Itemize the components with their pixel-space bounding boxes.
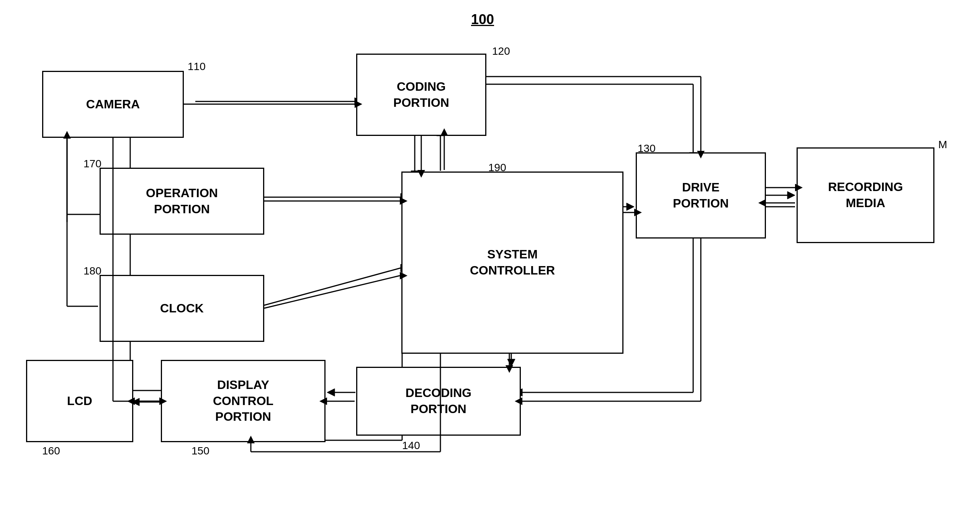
operation-ref: 170	[83, 158, 101, 170]
diagram: 100	[0, 0, 980, 531]
display-control-block: DISPLAYCONTROLPORTION	[161, 360, 326, 442]
camera-block: CAMERA	[42, 71, 184, 138]
svg-marker-15	[627, 203, 634, 211]
camera-ref: 110	[188, 60, 206, 73]
svg-line-12	[260, 268, 401, 306]
clock-block: CLOCK	[100, 275, 264, 342]
display-control-ref: 150	[191, 445, 209, 457]
recording-ref: M	[938, 139, 947, 151]
svg-line-44	[264, 276, 400, 308]
svg-marker-17	[787, 191, 795, 199]
system-controller-block: SYSTEMCONTROLLER	[401, 172, 623, 354]
drive-ref: 130	[638, 142, 656, 155]
decoding-ref: 140	[402, 440, 420, 452]
system-ref: 190	[488, 162, 506, 174]
coding-block: CODINGPORTION	[356, 54, 486, 136]
lcd-block: LCD	[26, 360, 133, 442]
diagram-title: 100	[471, 11, 494, 28]
svg-marker-29	[327, 389, 335, 396]
drive-block: DRIVEPORTION	[636, 152, 766, 239]
recording-block: RECORDINGMEDIA	[797, 147, 934, 243]
decoding-block: DECODINGPORTION	[356, 367, 521, 436]
operation-block: OPERATIONPORTION	[100, 168, 264, 235]
svg-marker-24	[507, 359, 515, 367]
lcd-ref: 160	[42, 445, 60, 457]
clock-ref: 180	[83, 265, 101, 277]
coding-ref: 120	[492, 45, 510, 57]
